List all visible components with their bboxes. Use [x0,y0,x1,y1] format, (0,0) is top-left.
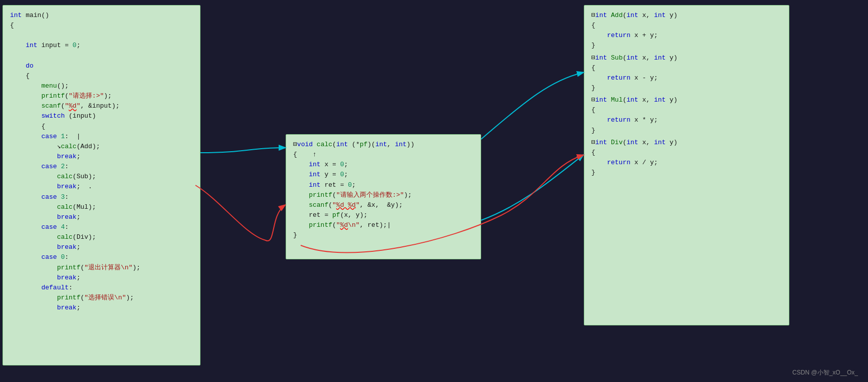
code-line: { [591,148,782,158]
code-line: int x = 0; [293,160,474,170]
code-line: int ret = 0; [293,180,474,190]
code-line: } [591,168,782,178]
code-line: { [10,21,193,31]
code-line: ret = pf(x, y); [293,210,474,220]
code-line: return x - y; [591,73,782,83]
code-line: case 4: [10,222,193,232]
code-line: { [591,21,782,31]
code-line: ⊟int Mul(int x, int y) [591,95,782,105]
code-line: ⊟void calc(int (*pf)(int, int)) [293,140,474,150]
left-code-box: int main() { int input = 0; do { menu();… [3,5,200,365]
code-line: printf("选择错误\n"); [10,293,193,303]
code-line: break; [10,273,193,283]
code-line: { [10,71,193,81]
code-line: printf("请选择:>"); [10,91,193,101]
code-line: switch (input) [10,111,193,121]
code-line: case 2: [10,162,193,172]
code-line: } [293,230,474,240]
middle-code-box: ⊟void calc(int (*pf)(int, int)) { ↑ int … [286,134,481,259]
main-container: int main() { int input = 0; do { menu();… [0,0,868,382]
code-line: int main() [10,11,193,21]
right-code-box: ⊟int Add(int x, int y) { return x + y; }… [584,5,789,325]
code-line: int input = 0; [10,41,193,51]
code-line [10,51,193,61]
code-line: printf("退出计算器\n"); [10,263,193,273]
code-line: return x + y; [591,31,782,41]
sub-section: ⊟int Sub(int x, int y) { return x - y; } [591,53,782,94]
watermark: CSDN @小智_xO__Ox_ [792,368,858,377]
code-line: break; [10,212,193,222]
code-line: scanf("%d", &input); [10,101,193,111]
code-line: } [591,41,782,51]
code-line: } [591,126,782,136]
code-line: calc(Sub); [10,172,193,182]
code-line: scanf("%d %d", &x, &y); [293,200,474,210]
mul-section: ⊟int Mul(int x, int y) { return x * y; } [591,95,782,136]
code-line: case 1: | [10,132,193,142]
code-line: ⊟int Sub(int x, int y) [591,53,782,63]
code-line: case 3: [10,192,193,202]
code-line: menu(); [10,81,193,91]
code-line: calc(Mul); [10,202,193,212]
code-line: return x / y; [591,158,782,168]
code-line: return x * y; [591,115,782,125]
code-line: ⊟int Div(int x, int y) [591,138,782,148]
code-line: default: [10,283,193,293]
code-line: case 0: [10,252,193,262]
code-line: printf("请输入两个操作数:>"); [293,190,474,200]
code-line: printf("%d\n", ret);| [293,220,474,230]
code-line: break; . [10,182,193,192]
code-line: break; [10,242,193,252]
code-line: { [591,105,782,115]
div-section: ⊟int Div(int x, int y) { return x / y; } [591,138,782,178]
code-line: { [591,63,782,73]
code-line: break; [10,303,193,313]
code-line [10,31,193,41]
code-line: int y = 0; [293,170,474,180]
code-line: calc(Div); [10,232,193,242]
code-line: { [10,122,193,132]
code-line: do [10,61,193,71]
code-line: ↘calc(Add); [10,142,193,152]
add-section: ⊟int Add(int x, int y) { return x + y; } [591,11,782,51]
code-line: } [591,83,782,93]
code-line: ⊟int Add(int x, int y) [591,11,782,21]
code-line: { ↑ [293,150,474,160]
code-line: break; [10,152,193,162]
